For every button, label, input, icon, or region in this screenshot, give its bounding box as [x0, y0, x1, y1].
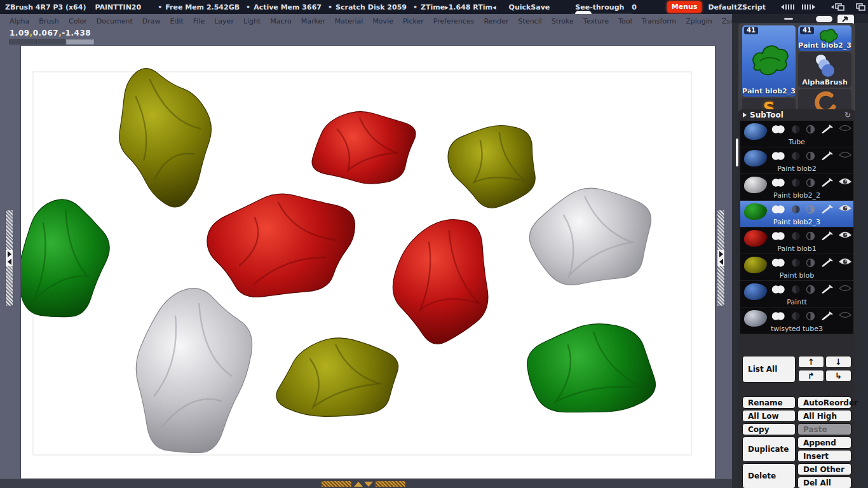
subtool-item-paint-blob2_3[interactable]: Paint blob2_3 [740, 201, 853, 227]
subtool-item-twisyted-tube3[interactable]: twisyted tube3 [740, 308, 853, 334]
menu-item-light[interactable]: Light [243, 17, 261, 25]
paint-toggle-icon[interactable] [820, 151, 833, 161]
subtool-item-paint-blob2[interactable]: Paint blob2 [740, 147, 853, 174]
move-top-button[interactable]: ↱ [798, 370, 824, 382]
rename-button[interactable]: Rename [742, 396, 796, 409]
del-all-button[interactable]: Del All [797, 477, 851, 488]
append-button[interactable]: Append [797, 437, 851, 449]
subtool-item-paintt[interactable]: Paintt [740, 281, 853, 308]
list-all-button[interactable]: List All [742, 356, 796, 383]
shade-toggle-icon[interactable] [791, 151, 801, 161]
menu-item-marker[interactable]: Marker [301, 17, 325, 25]
visibility-eye-icon[interactable] [838, 257, 852, 269]
polyframe-toggle-icon[interactable] [771, 311, 786, 321]
subtool-item-paint-blob2_2[interactable]: Paint blob2_2 [740, 174, 853, 201]
contrast-toggle-icon[interactable] [806, 285, 815, 294]
see-through-control[interactable]: See-through 0 [575, 3, 637, 11]
contrast-toggle-icon[interactable] [806, 311, 815, 321]
visibility-eye-icon[interactable] [838, 230, 852, 242]
shade-toggle-icon[interactable] [791, 231, 801, 241]
delete-button[interactable]: Delete [742, 463, 796, 488]
right-tray-divider[interactable] [717, 210, 725, 306]
slider-segment-2[interactable] [37, 39, 65, 44]
polyframe-toggle-icon[interactable] [771, 178, 786, 187]
duplicate-button[interactable]: Duplicate [742, 437, 796, 462]
shade-toggle-icon[interactable] [791, 285, 801, 294]
contrast-toggle-icon[interactable] [806, 258, 815, 268]
contrast-toggle-icon[interactable] [806, 151, 815, 161]
subtool-item-paint-blob1[interactable]: Paint blob1 [740, 227, 853, 254]
alpha-brush-cell[interactable]: AlphaBrush [798, 52, 851, 88]
menus-button[interactable]: Menus [667, 1, 702, 13]
insert-button[interactable]: Insert [797, 450, 851, 462]
contrast-toggle-icon[interactable] [806, 205, 815, 214]
polyframe-toggle-icon[interactable] [771, 258, 786, 268]
menu-item-transform[interactable]: Transform [642, 17, 677, 25]
left-tray-toggle[interactable] [6, 250, 13, 266]
tray-handle-strip-left[interactable] [322, 481, 351, 487]
autoreorder-button[interactable]: AutoReorder [797, 396, 851, 409]
del-other-button[interactable]: Del Other [797, 463, 851, 475]
recent-tool-thumbnail[interactable]: 41 Paint blob2_3 [798, 25, 851, 51]
visibility-eye-icon[interactable] [838, 150, 852, 162]
polyframe-toggle-icon[interactable] [771, 205, 786, 214]
menu-item-render[interactable]: Render [484, 17, 508, 25]
paste-button[interactable]: Paste [797, 423, 851, 435]
quicksave-button[interactable]: QuickSave [509, 3, 550, 11]
subtool-header[interactable]: SubTool ↻ [738, 109, 855, 121]
paint-toggle-icon[interactable] [820, 178, 833, 187]
menu-item-material[interactable]: Material [335, 17, 363, 25]
menu-item-edit[interactable]: Edit [170, 17, 184, 25]
paint-toggle-icon[interactable] [820, 125, 833, 134]
sculpt-canvas[interactable] [21, 46, 715, 478]
paint-toggle-icon[interactable] [820, 311, 833, 321]
polyframe-toggle-icon[interactable] [771, 285, 786, 294]
move-up-button[interactable]: ↑ [798, 356, 824, 368]
contrast-toggle-icon[interactable] [806, 231, 815, 241]
menu-item-macro[interactable]: Macro [270, 17, 291, 25]
visibility-eye-icon[interactable] [838, 310, 852, 322]
menu-item-texture[interactable]: Texture [583, 17, 609, 25]
visibility-eye-icon[interactable] [838, 203, 852, 215]
subtool-item-paint-blob[interactable]: Paint blob [740, 254, 853, 281]
panel-scroll-dash[interactable] [784, 18, 793, 20]
prev-document-icon[interactable] [829, 3, 848, 11]
panel-divider-slider[interactable] [816, 16, 832, 22]
scrub-left-icon[interactable] [778, 3, 795, 11]
move-down-button[interactable]: ↓ [825, 356, 851, 368]
all-high-button[interactable]: All High [797, 410, 851, 422]
visibility-eye-icon[interactable] [838, 283, 852, 295]
contrast-toggle-icon[interactable] [806, 125, 815, 134]
subtool-item-tube[interactable]: Tube [740, 121, 853, 147]
menu-item-draw[interactable]: Draw [142, 17, 161, 25]
menu-item-layer[interactable]: Layer [214, 17, 234, 25]
menu-item-document[interactable]: Document [97, 17, 133, 25]
copy-button[interactable]: Copy [742, 423, 796, 435]
polyframe-toggle-icon[interactable] [771, 125, 786, 134]
slider-segment-1[interactable] [9, 39, 37, 44]
tray-expand-icon[interactable] [354, 482, 363, 487]
polyframe-toggle-icon[interactable] [771, 151, 786, 161]
subtool-refresh-icon[interactable]: ↻ [844, 111, 851, 119]
scrub-right-icon[interactable] [801, 3, 818, 11]
visibility-eye-icon[interactable] [838, 177, 852, 189]
left-tray-divider[interactable] [5, 210, 13, 306]
menu-item-alpha[interactable]: Alpha [10, 17, 29, 25]
tray-collapse-icon[interactable] [364, 482, 373, 487]
menu-item-stencil[interactable]: Stencil [519, 17, 542, 25]
visibility-eye-icon[interactable] [838, 123, 852, 135]
menu-item-picker[interactable]: Picker [403, 17, 424, 25]
menu-item-color[interactable]: Color [69, 17, 87, 25]
menu-item-movie[interactable]: Movie [372, 17, 393, 25]
paint-toggle-icon[interactable] [820, 258, 833, 268]
menu-item-preferences[interactable]: Preferences [433, 17, 475, 25]
tray-handle-strip-right[interactable] [376, 481, 405, 487]
all-low-button[interactable]: All Low [742, 410, 796, 422]
menu-item-zplugin[interactable]: Zplugin [686, 17, 712, 25]
shade-toggle-icon[interactable] [791, 178, 801, 187]
slider-segment-3[interactable] [66, 39, 94, 44]
paint-toggle-icon[interactable] [820, 285, 833, 294]
paint-toggle-icon[interactable] [820, 231, 833, 241]
zscript-button[interactable]: DefaultZScript [708, 3, 765, 11]
polyframe-toggle-icon[interactable] [771, 231, 786, 241]
